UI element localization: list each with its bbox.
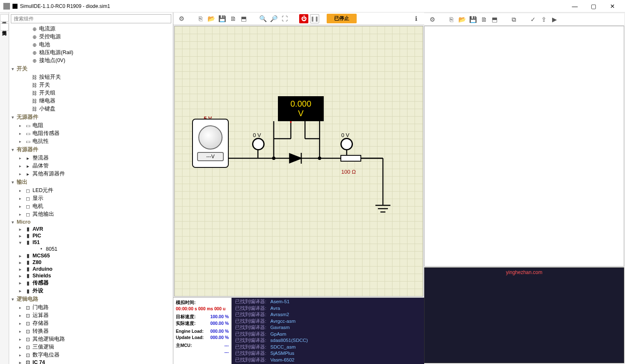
sim-status-icon — [12, 4, 18, 9]
tree-category[interactable]: ▾有源器件 — [9, 145, 173, 154]
tree-item[interactable]: ⊕电流源 — [9, 25, 173, 33]
tree-item[interactable]: ▸▮外设 — [9, 287, 173, 295]
tree-item[interactable]: ▸⊡转换器 — [9, 327, 173, 335]
upload-icon[interactable]: ⇪ — [539, 15, 548, 24]
tree-category[interactable]: ▾开关 — [9, 65, 173, 73]
window-title: SimulIDE-1.1.0-RC0 R1909 - diode.sim1 — [20, 3, 565, 9]
save-icon[interactable]: 💾 — [218, 14, 227, 23]
editor-new-icon[interactable]: ⎘ — [447, 15, 456, 24]
voltmeter[interactable]: 0.000 V — [278, 96, 324, 121]
console-line: 已找到编译器: Gavrasm — [235, 324, 421, 331]
tree-item[interactable]: ▸⊡门电路 — [9, 304, 173, 312]
tree-item[interactable]: ⛓小键盘 — [9, 105, 173, 113]
editor-save-icon[interactable]: 💾 — [468, 15, 478, 24]
svg-point-17 — [318, 157, 321, 160]
voltmeter-unit: V — [298, 109, 303, 118]
tree-item[interactable]: •8051 — [9, 246, 173, 252]
tree-item[interactable]: ⊕稳压电源(Rail) — [9, 49, 173, 57]
tree-item[interactable]: ⛓继电器 — [9, 97, 173, 105]
tree-item[interactable]: ⛓按钮开关 — [9, 73, 173, 81]
sim-status[interactable]: 已停止 — [327, 14, 357, 23]
tree-item[interactable]: ▸▸晶体管 — [9, 162, 173, 170]
tree-item[interactable]: ▸◻显示 — [9, 194, 173, 202]
tree-item[interactable]: ⊕接地点(0V) — [9, 57, 173, 65]
tree-category[interactable]: ▾Micro — [9, 218, 173, 226]
tree-category[interactable]: ▾逻辑电路 — [9, 295, 173, 304]
tree-item[interactable]: ▸⊡其他逻辑电路 — [9, 335, 173, 343]
zoom-fit-icon[interactable]: ⛶ — [280, 14, 289, 23]
open-icon[interactable]: 📂 — [207, 14, 216, 23]
tree-item[interactable]: ▸▮AVR — [9, 226, 173, 232]
import-icon[interactable]: ⬒ — [239, 14, 248, 23]
component-tree[interactable]: ⊕电流源⊕受控电源⊕电池⊕稳压电源(Rail)⊕接地点(0V)▾开关⛓按钮开关⛓… — [9, 25, 173, 364]
watermark: yinghezhan.com — [506, 269, 542, 275]
tree-item[interactable]: ▸⊡运算器 — [9, 312, 173, 319]
status-panel: 模拟时间: 00:00:00 s 000 ms 000 u 目标速度:100.0… — [173, 298, 232, 364]
tree-category[interactable]: ▾无源器件 — [9, 113, 173, 122]
tree-item[interactable]: ▸▮传感器 — [9, 279, 173, 287]
pause-button[interactable]: ❚❚ — [310, 14, 319, 23]
resistor[interactable] — [340, 155, 361, 162]
tree-item[interactable]: ▸▭电阻传感器 — [9, 130, 173, 137]
saveas-icon[interactable]: 🗎 — [228, 14, 238, 23]
compile-icon[interactable]: ✓ — [528, 15, 538, 24]
zoom-in-icon[interactable]: 🔍 — [258, 14, 268, 23]
tree-item[interactable]: ▸▭电阻 — [9, 122, 173, 130]
voltage-source[interactable]: ---V — [192, 119, 229, 168]
tree-item[interactable]: ▸▮MCS65 — [9, 252, 173, 259]
tree-item[interactable]: ▸▸整流器 — [9, 154, 173, 162]
maximize-button[interactable]: ▢ — [584, 0, 603, 12]
power-button[interactable]: ⏻ — [299, 14, 308, 23]
console-line: 已找到编译器: SDCC_asm — [235, 344, 421, 351]
tree-item[interactable]: ▸▸其他有源器件 — [9, 170, 173, 178]
minimize-button[interactable]: — — [565, 0, 584, 12]
tree-item[interactable]: ▸⊡IC 74 — [9, 359, 173, 364]
side-tabs: 组件 文件浏览器 — [0, 12, 9, 364]
code-editor[interactable] — [424, 26, 624, 267]
tree-item[interactable]: ▸▭电抗性 — [9, 137, 173, 145]
info-icon[interactable]: ℹ — [412, 14, 421, 23]
editor-settings-icon[interactable]: ⚙ — [428, 15, 437, 24]
new-icon[interactable]: ⎘ — [196, 14, 205, 23]
editor-open-icon[interactable]: 📂 — [458, 15, 467, 24]
tree-item[interactable]: ▸⊡存储器 — [9, 319, 173, 327]
probe1-label: 0 V — [253, 132, 261, 138]
probe2[interactable] — [340, 138, 353, 150]
editor-saveas-icon[interactable]: 🗎 — [479, 15, 488, 24]
probe1[interactable] — [252, 138, 265, 150]
tree-item[interactable]: ▸◻电机 — [9, 202, 173, 210]
console-line: 已找到编译器: Avrasm2 — [235, 312, 421, 318]
dial-icon[interactable] — [198, 125, 222, 150]
tree-item[interactable]: ▸▮Shields — [9, 272, 173, 279]
tree-item[interactable]: ⛓开关 — [9, 81, 173, 89]
circuit-canvas[interactable]: 0.000 V 5 V ---V 0 V 0 V 100 Ω — [174, 26, 423, 297]
tree-item[interactable]: ▸⊡三值逻辑 — [9, 343, 173, 351]
find-icon[interactable]: ⧉ — [509, 15, 518, 24]
tree-item[interactable]: ⊕电池 — [9, 41, 173, 49]
tree-item[interactable]: ▸⊡数字电位器 — [9, 351, 173, 359]
tree-item[interactable]: ▸◻其他输出 — [9, 210, 173, 218]
tree-item[interactable]: ▸▮Arduino — [9, 266, 173, 272]
debug-icon[interactable]: ▶ — [550, 15, 559, 24]
tab-components[interactable]: 组件 — [0, 14, 9, 22]
editor-import-icon[interactable]: ⬒ — [490, 15, 499, 24]
tree-item[interactable]: ⊕受控电源 — [9, 33, 173, 41]
tree-item[interactable]: ▾▮I51 — [9, 239, 173, 246]
tree-item[interactable]: ⛓开关组 — [9, 89, 173, 97]
search-input[interactable] — [11, 14, 171, 23]
close-button[interactable]: ✕ — [603, 0, 622, 12]
compiler-console[interactable]: 已找到编译器: Asem-51已找到编译器: Avra已找到编译器: Avras… — [232, 298, 424, 364]
zoom-out-icon[interactable]: 🔎 — [269, 14, 278, 23]
editor-console[interactable]: yinghezhan.com — [424, 267, 624, 363]
tree-item[interactable]: ▸▮Z80 — [9, 259, 173, 266]
tree-item[interactable]: ▸▮PIC — [9, 232, 173, 239]
settings-icon[interactable]: ⚙ — [177, 14, 186, 23]
tree-item[interactable]: ▸◻LED元件 — [9, 187, 173, 194]
tree-category[interactable]: ▾输出 — [9, 178, 173, 187]
svg-marker-11 — [290, 154, 301, 163]
console-line: 已找到编译器: Avra — [235, 305, 421, 312]
source-display: ---V — [197, 152, 224, 161]
canvas-toolbar: ⚙ ⎘ 📂 💾 🗎 ⬒ 🔍 🔎 ⛶ ⏻ ❚❚ 已停止 ℹ — [173, 12, 424, 25]
component-panel: ⊕电流源⊕受控电源⊕电池⊕稳压电源(Rail)⊕接地点(0V)▾开关⛓按钮开关⛓… — [9, 12, 173, 364]
tab-file-browser[interactable]: 文件浏览器 — [0, 23, 9, 31]
